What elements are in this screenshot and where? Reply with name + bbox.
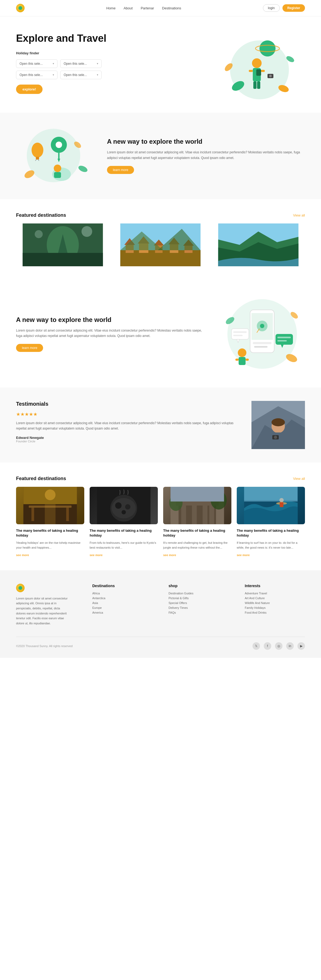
social-facebook-icon[interactable]: f xyxy=(264,642,271,650)
svg-rect-27 xyxy=(54,172,61,178)
nav-link-partenar[interactable]: Partenar xyxy=(141,6,154,10)
nav-link-home[interactable]: Home xyxy=(106,6,116,10)
footer-link-africa[interactable]: Africa xyxy=(92,592,153,595)
explore-button[interactable]: explore! xyxy=(16,84,43,94)
svg-rect-114 xyxy=(280,502,284,507)
holiday-finder-label: Holiday finder xyxy=(16,51,198,55)
footer: Lorem ipsum dolor sit amet consectetur a… xyxy=(0,570,321,658)
svg-rect-18 xyxy=(36,157,39,159)
articles-title: Featured destinations xyxy=(16,476,66,481)
svg-point-1 xyxy=(259,40,275,56)
see-more-4[interactable]: see more xyxy=(237,554,249,557)
footer-link-wildlife-nature[interactable]: Wildlife And Nature xyxy=(245,601,305,605)
article-title-2: The many benefits of taking a healing ho… xyxy=(90,528,158,538)
social-twitter-icon[interactable]: 𝕏 xyxy=(253,642,260,650)
social-instagram-icon[interactable]: ◎ xyxy=(275,642,283,650)
svg-point-83 xyxy=(274,436,277,439)
svg-point-58 xyxy=(260,324,264,328)
footer-link-europe[interactable]: Europe xyxy=(92,606,153,609)
footer-link-faqs[interactable]: FAQs xyxy=(168,611,229,614)
footer-link-pictorial-gifts[interactable]: Pictorial & Gifts xyxy=(168,597,229,600)
explore-svg-1 xyxy=(16,123,91,188)
footer-link-adventure-travel[interactable]: Adventure Travel xyxy=(245,592,305,595)
footer-col-title-shop: shop xyxy=(168,584,229,588)
svg-rect-10 xyxy=(257,81,260,89)
select-3[interactable]: Open this sele... xyxy=(16,71,57,79)
article-card-4: The many benefits of taking a healing ho… xyxy=(237,487,305,557)
social-youtube-icon[interactable]: ▶ xyxy=(297,642,305,650)
footer-link-america[interactable]: America xyxy=(92,611,153,614)
svg-rect-71 xyxy=(238,357,246,365)
login-button[interactable]: login xyxy=(263,4,280,12)
svg-point-96 xyxy=(115,502,122,509)
learn-more-button-1[interactable]: learn more xyxy=(107,166,134,174)
see-more-1[interactable]: see more xyxy=(16,554,29,557)
article-excerpt-1: 'Healing holidays' are on the rise tohel… xyxy=(16,541,84,550)
svg-rect-109 xyxy=(171,487,224,501)
testimonials-title: Testimonials xyxy=(16,401,241,407)
footer-link-special-offers[interactable]: Special Offers xyxy=(168,601,229,605)
article-title-3: The many benefits of taking a healing ho… xyxy=(163,528,231,538)
nav-links: Home About Partenar Destinations xyxy=(106,6,181,10)
footer-link-asia[interactable]: Asia xyxy=(92,601,153,605)
article-img-4 xyxy=(237,487,305,524)
new-way-title-2: A new way to explore the world xyxy=(16,316,209,323)
footer-col-destinations: Destinations Africa Antarctica Asia Euro… xyxy=(92,584,153,626)
footer-link-delivery-times[interactable]: Delivery Times xyxy=(168,606,229,609)
select-4[interactable]: Open this sele... xyxy=(60,71,102,79)
article-img-2 xyxy=(90,487,158,524)
footer-link-family-holidays[interactable]: Family Holidays xyxy=(245,606,305,609)
destination-card-3 xyxy=(211,223,305,267)
select-2[interactable]: Open this sele... xyxy=(60,59,102,68)
testimonials-content: Testimonials ★★★★★ Lorem ipsum dolor sit… xyxy=(16,401,241,443)
svg-point-15 xyxy=(269,75,272,77)
svg-point-70 xyxy=(238,348,246,357)
article-title-4: The many benefits of taking a healing ho… xyxy=(237,528,305,538)
see-more-2[interactable]: see more xyxy=(90,554,102,557)
footer-logo xyxy=(16,584,25,592)
svg-rect-68 xyxy=(277,337,291,338)
svg-rect-105 xyxy=(210,506,214,524)
new-way-illustration-2 xyxy=(219,294,305,374)
destination-card-1 xyxy=(16,223,110,267)
testimonials-inner: Testimonials ★★★★★ Lorem ipsum dolor sit… xyxy=(16,401,305,449)
destination-card-2 xyxy=(114,223,207,267)
footer-description: Lorem ipsum dolor sit amet consectetur a… xyxy=(16,596,70,626)
article-excerpt-4: If learning to surf has in on your to- d… xyxy=(237,541,305,550)
svg-rect-115 xyxy=(244,487,298,501)
svg-point-95 xyxy=(112,498,136,519)
person-photo-svg xyxy=(251,401,305,449)
testimonial-text: Lorem ipsum dolor sit amet consectetur a… xyxy=(16,420,241,431)
svg-point-26 xyxy=(54,165,61,172)
nav-logo xyxy=(16,4,25,12)
footer-link-destination-guides[interactable]: Destination Guides xyxy=(168,592,229,595)
select-1[interactable]: Open this sele... xyxy=(16,59,57,68)
articles-view-all[interactable]: View all xyxy=(293,477,305,480)
see-more-3[interactable]: see more xyxy=(163,554,176,557)
learn-more-button-2[interactable]: learn more xyxy=(16,344,43,352)
nav-link-about[interactable]: About xyxy=(124,6,133,10)
testimonial-role: Founder Circle xyxy=(16,440,241,443)
svg-rect-102 xyxy=(181,506,186,524)
article-excerpt-3: It's remote and challenging to get, but … xyxy=(163,541,231,550)
svg-point-84 xyxy=(272,418,285,426)
svg-rect-73 xyxy=(246,359,249,361)
social-icons: 𝕏 f ◎ in ▶ xyxy=(253,642,305,650)
footer-link-art-culture[interactable]: Art And Culture xyxy=(245,597,305,600)
new-way-text-1: Lorem ipsum dolor sit amet consectetur a… xyxy=(107,150,305,161)
featured-view-all[interactable]: View all xyxy=(293,213,305,217)
hero-title: Explore and Travel xyxy=(16,32,198,45)
footer-link-food-drinks[interactable]: Food And Drinks xyxy=(245,611,305,614)
nav-link-destinations[interactable]: Destinations xyxy=(162,6,181,10)
article-card-1: The many benefits of taking a healing ho… xyxy=(16,487,84,557)
testimonial-photo xyxy=(251,401,305,449)
footer-col-interests: Interests Adventure Travel Art And Cultu… xyxy=(245,584,305,626)
footer-link-antarctica[interactable]: Antarctica xyxy=(92,597,153,600)
testimonial-author: Edward Newgate xyxy=(16,436,241,440)
svg-rect-72 xyxy=(235,359,238,361)
new-way-section-2: A new way to explore the world Lorem ips… xyxy=(0,280,321,388)
register-button[interactable]: Register xyxy=(283,4,305,12)
svg-rect-89 xyxy=(66,508,69,521)
social-linkedin-icon[interactable]: in xyxy=(286,642,294,650)
svg-point-35 xyxy=(82,226,92,237)
